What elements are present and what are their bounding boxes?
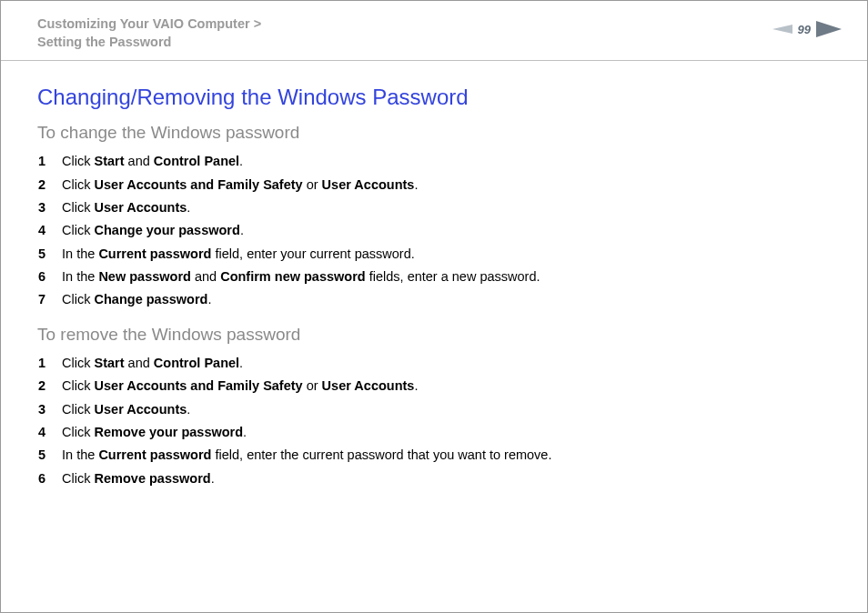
- step-text: Click Change your password.: [62, 219, 540, 242]
- step-text: Click User Accounts.: [62, 196, 540, 219]
- step-row: 2Click User Accounts and Family Safety o…: [37, 174, 540, 196]
- subtitle-change: To change the Windows password: [37, 123, 831, 143]
- step-text: In the New password and Confirm new pass…: [62, 266, 540, 288]
- step-text: Click Remove password.: [62, 467, 551, 490]
- step-row: 4Click Change your password.: [37, 219, 540, 242]
- step-row: 4Click Remove your password.: [37, 421, 551, 444]
- step-number: 5: [37, 444, 62, 467]
- step-text: In the Current password field, enter you…: [62, 243, 540, 266]
- page-header: Customizing Your VAIO Computer > Setting…: [1, 1, 867, 56]
- step-text: Click User Accounts and Family Safety or…: [62, 174, 540, 196]
- page-title: Changing/Removing the Windows Password: [37, 85, 831, 110]
- step-number: 6: [37, 467, 62, 490]
- step-text: Click Change password.: [62, 288, 540, 311]
- svg-marker-1: [816, 21, 842, 37]
- step-number: 2: [37, 174, 62, 196]
- step-text: Click Start and Control Panel.: [62, 352, 551, 375]
- step-number: 4: [37, 219, 62, 242]
- steps-remove: 1Click Start and Control Panel.2Click Us…: [37, 352, 551, 490]
- header-right: 99: [772, 21, 842, 37]
- step-number: 7: [37, 288, 62, 311]
- prev-page-icon[interactable]: [772, 23, 792, 35]
- step-number: 5: [37, 243, 62, 266]
- step-row: 5In the Current password field, enter th…: [37, 444, 551, 467]
- step-row: 2Click User Accounts and Family Safety o…: [37, 375, 551, 397]
- subtitle-remove: To remove the Windows password: [37, 325, 831, 345]
- step-text: Click Start and Control Panel.: [62, 150, 540, 173]
- next-page-icon[interactable]: [816, 21, 842, 37]
- step-number: 2: [37, 375, 62, 397]
- step-row: 5In the Current password field, enter yo…: [37, 243, 540, 266]
- step-text: Click User Accounts and Family Safety or…: [62, 375, 551, 397]
- step-row: 6Click Remove password.: [37, 467, 551, 490]
- step-row: 3Click User Accounts.: [37, 196, 540, 219]
- breadcrumb-line-2: Setting the Password: [37, 35, 171, 49]
- breadcrumb-line-1: Customizing Your VAIO Computer >: [37, 16, 261, 31]
- step-row: 6In the New password and Confirm new pas…: [37, 266, 540, 288]
- steps-change: 1Click Start and Control Panel.2Click Us…: [37, 150, 540, 312]
- breadcrumb: Customizing Your VAIO Computer > Setting…: [37, 15, 261, 51]
- step-number: 1: [37, 352, 62, 375]
- svg-marker-0: [772, 25, 792, 34]
- step-number: 3: [37, 398, 62, 421]
- page-number: 99: [798, 23, 811, 36]
- step-row: 1Click Start and Control Panel.: [37, 352, 551, 375]
- step-number: 1: [37, 150, 62, 173]
- step-number: 6: [37, 266, 62, 288]
- step-row: 3Click User Accounts.: [37, 398, 551, 421]
- step-number: 4: [37, 421, 62, 444]
- step-text: Click Remove your password.: [62, 421, 551, 444]
- step-text: Click User Accounts.: [62, 398, 551, 421]
- step-text: In the Current password field, enter the…: [62, 444, 551, 467]
- page-content: Changing/Removing the Windows Password T…: [1, 61, 867, 490]
- step-row: 1Click Start and Control Panel.: [37, 150, 540, 173]
- step-number: 3: [37, 196, 62, 219]
- step-row: 7Click Change password.: [37, 288, 540, 311]
